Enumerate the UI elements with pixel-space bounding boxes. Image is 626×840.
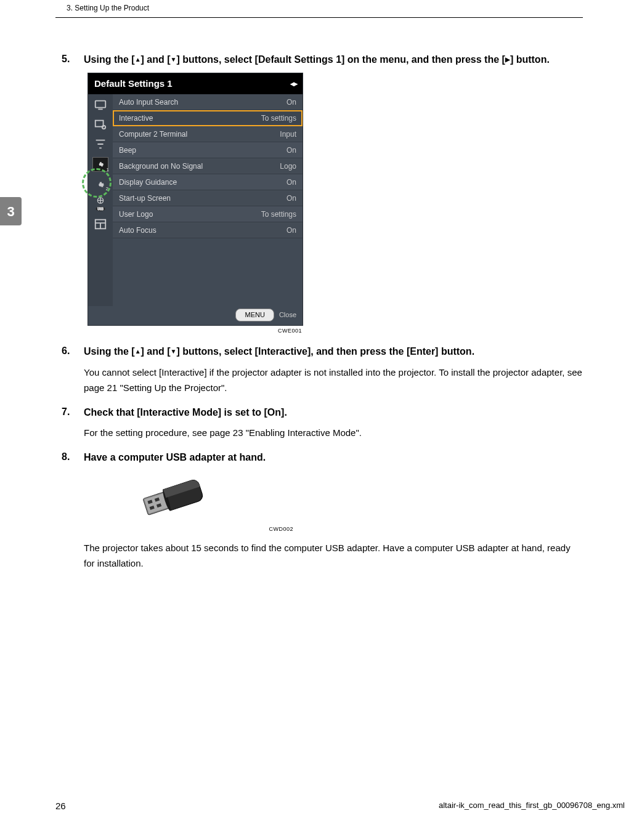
page-header: 3. Setting Up the Product <box>55 0 583 18</box>
menu-row: Auto Input SearchOn <box>113 94 303 110</box>
svg-text:USB: USB <box>97 208 103 211</box>
menu-row-label: Interactive <box>119 113 153 124</box>
step-number: 7. <box>62 405 70 419</box>
menu-row-label: Auto Focus <box>119 225 156 236</box>
filter-icon <box>94 137 107 151</box>
down-triangle-icon: ▼ <box>171 55 177 65</box>
menu-row-label: Start-up Screen <box>119 193 171 204</box>
menu-row-value: On <box>287 97 296 108</box>
usb-adapter-figure: CWD002 <box>127 470 293 534</box>
menu-row-value: On <box>287 177 296 188</box>
close-label: Close <box>279 310 296 320</box>
menu-button: MENU <box>235 309 274 321</box>
page-footer: 26 altair-ik_com_read_this_first_gb_0009… <box>55 799 626 814</box>
menu-rows: Auto Input SearchOnInteractiveTo setting… <box>113 94 303 306</box>
menu-row-label: User Logo <box>119 209 153 220</box>
menu-row-value: Logo <box>280 161 296 172</box>
menu-screenshot: Default Settings 1 ◂◦▸ <box>87 73 303 336</box>
menu-row: Auto FocusOn <box>113 222 303 238</box>
menu-row: Background on No SignalLogo <box>113 158 303 174</box>
menu-row: BeepOn <box>113 142 303 158</box>
chapter-label: 3. Setting Up the Product <box>67 4 149 12</box>
menu-row-label: Background on No Signal <box>119 161 203 172</box>
figure-id: CWE001 <box>87 327 303 336</box>
menu-row-value: On <box>287 193 296 204</box>
menu-category-icons: 1 2 USB <box>88 94 113 306</box>
step-6: 6. Using the [▲] and [▼] buttons, select… <box>84 344 583 396</box>
step-number: 5. <box>62 52 70 67</box>
usb-dongle-icon <box>127 470 226 525</box>
menu-row-label: Beep <box>119 145 136 156</box>
input-icon <box>94 98 107 111</box>
menu-row: Computer 2 TerminalInput <box>113 126 303 142</box>
network-usb-icon: USB <box>94 198 107 211</box>
step-number: 8. <box>62 450 70 464</box>
step-number: 6. <box>62 344 70 358</box>
step-6-title: Using the [▲] and [▼] buttons, select [I… <box>84 344 583 360</box>
down-triangle-icon: ▼ <box>171 347 177 357</box>
layout-icon <box>94 217 107 231</box>
step-7: 7. Check that [Interactive Mode] is set … <box>84 405 583 441</box>
menu-row: Start-up ScreenOn <box>113 190 303 206</box>
menu-row: InteractiveTo settings <box>113 110 303 126</box>
step-7-title: Check that [Interactive Mode] is set to … <box>84 405 583 421</box>
step-8-body: The projector takes about 15 seconds to … <box>84 540 583 571</box>
menu-row-label: Display Guidance <box>119 177 177 188</box>
step-6-body: You cannot select [Interactive] if the p… <box>84 365 583 396</box>
menu-title: Default Settings 1 <box>94 77 173 91</box>
figure-id: CWD002 <box>127 525 293 534</box>
step-7-body: For the setting procedure, see page 23 "… <box>84 425 583 441</box>
up-triangle-icon: ▲ <box>135 55 141 65</box>
menu-row: User LogoTo settings <box>113 206 303 222</box>
joystick-icon: ◂◦▸ <box>290 78 296 89</box>
menu-row-value: To settings <box>261 209 296 220</box>
up-triangle-icon: ▲ <box>135 347 141 357</box>
step-8: 8. Have a computer USB adapter at hand. <box>84 450 583 571</box>
default-settings-2-icon: 2 <box>94 178 107 192</box>
svg-rect-0 <box>96 101 106 108</box>
default-settings-1-icon: 1 <box>92 157 108 172</box>
source-file: altair-ik_com_read_this_first_gb_0009670… <box>439 799 625 814</box>
step-5: 5. Using the [▲] and [▼] buttons, select… <box>84 52 583 335</box>
right-triangle-icon: ▶ <box>505 55 510 65</box>
menu-row-value: On <box>287 225 296 236</box>
menu-row-value: To settings <box>261 113 296 124</box>
menu-row-label: Computer 2 Terminal <box>119 129 187 140</box>
menu-row-label: Auto Input Search <box>119 97 178 108</box>
step-8-title: Have a computer USB adapter at hand. <box>84 450 583 466</box>
step-5-title: Using the [▲] and [▼] buttons, select [D… <box>84 52 583 68</box>
page-number: 26 <box>55 799 66 814</box>
settings-sub-icon <box>94 118 107 131</box>
menu-row: Display GuidanceOn <box>113 174 303 190</box>
svg-rect-1 <box>96 121 104 127</box>
menu-row-value: Input <box>280 129 296 140</box>
menu-row-value: On <box>287 145 296 156</box>
